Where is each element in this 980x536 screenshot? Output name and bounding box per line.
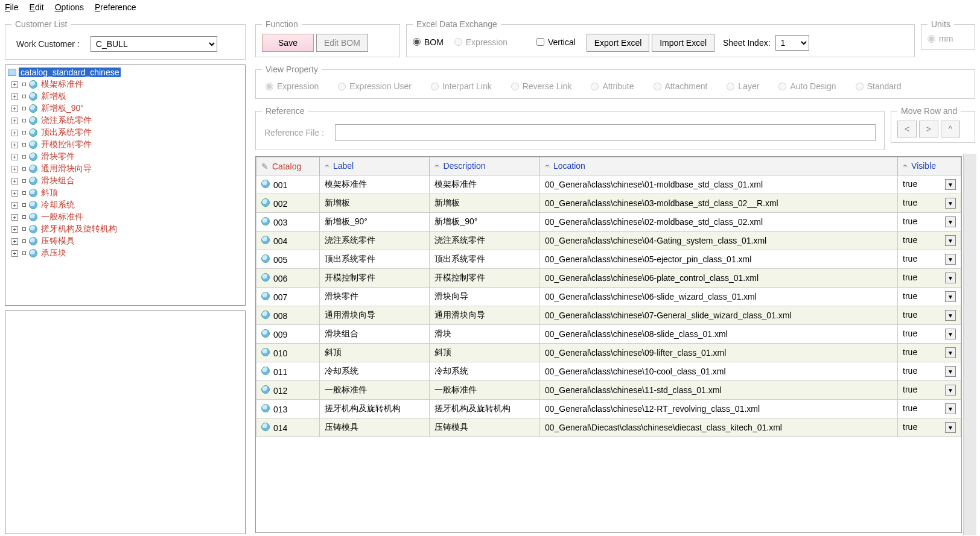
- menu-edit[interactable]: Edit: [30, 2, 44, 12]
- cell-location[interactable]: 00_General\class\chinese\08-slide_class_…: [539, 325, 897, 344]
- catalog-table[interactable]: ✎Catalog 𝄐Label 𝄐Description 𝄐Location: [255, 156, 962, 533]
- cell-description[interactable]: 新增板: [430, 194, 540, 213]
- tree-item[interactable]: 斜顶: [7, 187, 244, 199]
- cell-label[interactable]: 滑块组合: [319, 325, 430, 344]
- sheet-index-select[interactable]: 1: [775, 35, 809, 51]
- cell-label[interactable]: 新增板_90°: [319, 213, 430, 232]
- table-row[interactable]: 004浇注系统零件浇注系统零件00_General\class\chinese\…: [256, 232, 961, 250]
- cell-description[interactable]: 通用滑块向导: [430, 306, 540, 325]
- cell-label[interactable]: 斜顶: [319, 344, 430, 362]
- cell-description[interactable]: 浇注系统零件: [430, 232, 540, 250]
- menu-options[interactable]: Options: [55, 2, 84, 12]
- cell-description[interactable]: 冷却系统: [430, 362, 540, 381]
- import-excel-button[interactable]: Import Excel: [652, 34, 714, 52]
- table-row[interactable]: 013搓牙机构及旋转机构搓牙机构及旋转机构00_General\class\ch…: [256, 400, 961, 418]
- cell-description[interactable]: 模架标准件: [430, 175, 540, 194]
- cell-location[interactable]: 00_General\class\chinese\01-moldbase_std…: [539, 175, 897, 194]
- dropdown-icon[interactable]: ▼: [945, 403, 956, 414]
- table-row[interactable]: 007滑块零件滑块向导00_General\class\chinese\06-s…: [256, 288, 961, 306]
- dropdown-icon[interactable]: ▼: [945, 273, 956, 283]
- cell-location[interactable]: 00_General\class\chinese\05-ejector_pin_…: [539, 250, 897, 269]
- tree-item[interactable]: 冷却系统: [7, 199, 244, 211]
- reference-file-input[interactable]: [335, 124, 876, 141]
- cell-location[interactable]: 00_General\class\chinese\04-Gating_syste…: [539, 232, 897, 250]
- edit-bom-button[interactable]: Edit BOM: [316, 34, 368, 52]
- cell-location[interactable]: 00_General\class\chinese\12-RT_revolving…: [539, 400, 897, 418]
- tree-item[interactable]: 滑块组合: [7, 175, 244, 187]
- catalog-tree[interactable]: catalog_standard_chinese 模架标准件新增板新增板_90°…: [5, 65, 246, 306]
- cell-location[interactable]: 00_General\class\chinese\09-lifter_class…: [539, 344, 897, 362]
- expand-icon[interactable]: [11, 81, 18, 88]
- table-row[interactable]: 009滑块组合滑块00_General\class\chinese\08-sli…: [256, 325, 961, 344]
- cell-location[interactable]: 00_General\class\chinese\03-moldbase_std…: [539, 194, 897, 213]
- table-row[interactable]: 005顶出系统零件顶出系统零件00_General\class\chinese\…: [256, 250, 961, 269]
- dropdown-icon[interactable]: ▼: [945, 198, 956, 209]
- cell-description[interactable]: 顶出系统零件: [430, 250, 540, 269]
- tree-item[interactable]: 滑块零件: [7, 151, 244, 163]
- dropdown-icon[interactable]: ▼: [945, 179, 956, 190]
- dropdown-icon[interactable]: ▼: [945, 254, 956, 265]
- menu-file[interactable]: File: [5, 2, 19, 12]
- cell-label[interactable]: 模架标准件: [319, 175, 430, 194]
- cell-description[interactable]: 压铸模具: [430, 418, 540, 437]
- tree-item[interactable]: 新增板: [7, 90, 244, 102]
- cell-label[interactable]: 新增板: [319, 194, 430, 213]
- cell-label[interactable]: 搓牙机构及旋转机构: [319, 400, 430, 418]
- expand-icon[interactable]: [11, 226, 18, 233]
- save-button[interactable]: Save: [262, 34, 314, 52]
- cell-label[interactable]: 一般标准件: [319, 381, 430, 400]
- cell-description[interactable]: 滑块: [430, 325, 540, 344]
- move-next-button[interactable]: >: [919, 121, 938, 137]
- dropdown-icon[interactable]: ▼: [945, 235, 956, 246]
- expand-icon[interactable]: [11, 93, 18, 100]
- cell-description[interactable]: 开模控制零件: [430, 269, 540, 288]
- expand-icon[interactable]: [11, 106, 18, 112]
- export-excel-button[interactable]: Export Excel: [587, 34, 650, 52]
- cell-description[interactable]: 斜顶: [430, 344, 540, 362]
- cell-description[interactable]: 新增板_90°: [430, 213, 540, 232]
- expand-icon[interactable]: [11, 202, 18, 209]
- tree-item[interactable]: 通用滑块向导: [7, 163, 244, 175]
- expand-icon[interactable]: [11, 238, 18, 245]
- col-header-location[interactable]: 𝄐Location: [539, 157, 897, 175]
- cell-label[interactable]: 压铸模具: [319, 418, 430, 437]
- radio-bom[interactable]: BOM: [413, 37, 444, 47]
- cell-location[interactable]: 00_General\Diecast\class\chinese\diecast…: [539, 418, 897, 437]
- expand-icon[interactable]: [11, 214, 18, 221]
- cell-location[interactable]: 00_General\class\chinese\06-slide_wizard…: [539, 288, 897, 306]
- cell-location[interactable]: 00_General\class\chinese\07-General_slid…: [539, 306, 897, 325]
- tree-item[interactable]: 搓牙机构及旋转机构: [7, 223, 244, 235]
- tree-item[interactable]: 承压块: [7, 247, 244, 259]
- table-row[interactable]: 010斜顶斜顶00_General\class\chinese\09-lifte…: [256, 344, 961, 362]
- cell-label[interactable]: 顶出系统零件: [319, 250, 430, 269]
- tree-item[interactable]: 新增板_90°: [7, 102, 244, 115]
- table-row[interactable]: 012一般标准件一般标准件00_General\class\chinese\11…: [256, 381, 961, 400]
- tree-item[interactable]: 压铸模具: [7, 235, 244, 247]
- dropdown-icon[interactable]: ▼: [945, 366, 956, 377]
- cell-label[interactable]: 浇注系统零件: [319, 232, 430, 250]
- dropdown-icon[interactable]: ▼: [945, 385, 956, 396]
- dropdown-icon[interactable]: ▼: [945, 310, 956, 321]
- table-row[interactable]: 006开模控制零件开模控制零件00_General\class\chinese\…: [256, 269, 961, 288]
- vertical-scrollbar[interactable]: [963, 154, 976, 535]
- cell-description[interactable]: 一般标准件: [430, 381, 540, 400]
- dropdown-icon[interactable]: ▼: [945, 216, 956, 227]
- cell-label[interactable]: 冷却系统: [319, 362, 430, 381]
- table-row[interactable]: 002新增板新增板00_General\class\chinese\03-mol…: [256, 194, 961, 213]
- cell-label[interactable]: 开模控制零件: [319, 269, 430, 288]
- col-header-description[interactable]: 𝄐Description: [430, 157, 540, 175]
- table-row[interactable]: 001模架标准件模架标准件00_General\class\chinese\01…: [256, 175, 961, 194]
- tree-item[interactable]: 顶出系统零件: [7, 127, 244, 139]
- move-up-button[interactable]: ^: [941, 121, 960, 137]
- col-header-visible[interactable]: 𝄐Visible: [898, 157, 961, 175]
- cell-location[interactable]: 00_General\class\chinese\06-plate_contro…: [539, 269, 897, 288]
- expand-icon[interactable]: [11, 178, 18, 184]
- move-prev-button[interactable]: <: [897, 121, 917, 137]
- cell-location[interactable]: 00_General\class\chinese\02-moldbase_std…: [539, 213, 897, 232]
- expand-icon[interactable]: [11, 130, 18, 136]
- dropdown-icon[interactable]: ▼: [945, 347, 956, 358]
- tree-item[interactable]: 开模控制零件: [7, 139, 244, 151]
- expand-icon[interactable]: [11, 142, 18, 148]
- table-row[interactable]: 003新增板_90°新增板_90°00_General\class\chines…: [256, 213, 961, 232]
- expand-icon[interactable]: [11, 190, 18, 197]
